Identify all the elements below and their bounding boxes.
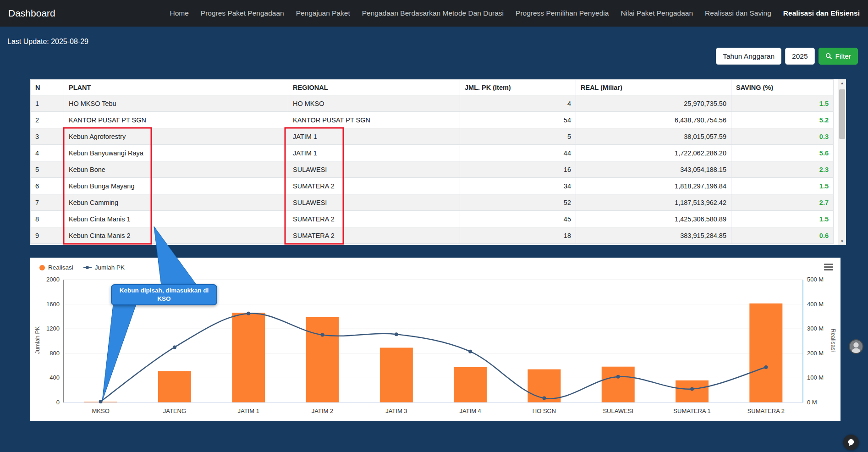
- scroll-up-icon[interactable]: ▲: [838, 79, 846, 87]
- table-header-row: NPLANTREGIONALJML. PK (Item)REAL (Miliar…: [31, 80, 834, 95]
- column-header: PLANT: [64, 80, 288, 95]
- nav-item-pengajuan-paket[interactable]: Pengajuan Paket: [296, 9, 350, 17]
- cell-real: 1,187,513,962.42: [576, 194, 731, 211]
- cell-n: 7: [31, 194, 64, 211]
- cell-jml_pk: 34: [460, 178, 576, 194]
- search-icon: [825, 53, 832, 60]
- cell-plant: Kebun Camming: [64, 194, 288, 211]
- nav-item-realisasi-dan-saving[interactable]: Realisasi dan Saving: [705, 9, 771, 17]
- svg-text:400: 400: [49, 374, 60, 381]
- tahun-anggaran-button[interactable]: Tahun Anggaran: [716, 48, 781, 65]
- svg-text:0: 0: [56, 399, 60, 406]
- scrollbar-thumb[interactable]: [839, 89, 845, 139]
- cell-n: 8: [31, 211, 64, 227]
- svg-text:SUMATERA 1: SUMATERA 1: [673, 408, 710, 414]
- cell-regional: HO MKSO: [288, 95, 460, 112]
- cell-jml_pk: 5: [460, 128, 576, 145]
- svg-text:SUMATERA 2: SUMATERA 2: [747, 408, 785, 414]
- filter-controls: Tahun Anggaran 2025 Filter: [716, 48, 858, 65]
- svg-text:1600: 1600: [46, 301, 60, 308]
- nav-item-progress-pemilihan-penyedia[interactable]: Progress Pemilihan Penyedia: [516, 9, 609, 17]
- nav-items: HomeProgres Paket PengadaanPengajuan Pak…: [170, 9, 860, 17]
- legend-item-realisasi[interactable]: Realisasi: [39, 264, 73, 271]
- chat-bubble-icon: [847, 438, 855, 446]
- table-row: 4Kebun Banyuwangi RayaJATIM 1441,722,062…: [31, 145, 834, 161]
- top-navbar: Dashboard HomeProgres Paket PengadaanPen…: [0, 0, 868, 27]
- chart-card: Realisasi Jumlah PK Jumlah PK Realisasi …: [30, 258, 841, 421]
- callout: Kebun dipisah, dimasukkan di KSO: [111, 284, 217, 305]
- column-header: N: [31, 80, 64, 95]
- legend-marker-jumlah-pk: [83, 267, 92, 268]
- cell-n: 2: [31, 112, 64, 128]
- cell-plant: Kebun Cinta Manis 1: [64, 211, 288, 227]
- svg-text:400 M: 400 M: [807, 301, 824, 308]
- table-row: 5Kebun BoneSULAWESI16343,054,188.152.3: [31, 161, 834, 178]
- svg-text:200 M: 200 M: [807, 350, 824, 357]
- cell-real: 1,425,306,580.89: [576, 211, 731, 227]
- cell-regional: KANTOR PUSAT PT SGN: [288, 112, 460, 128]
- svg-text:1200: 1200: [46, 325, 60, 332]
- floating-chat-widget[interactable]: [843, 435, 859, 450]
- cell-plant: HO MKSO Tebu: [64, 95, 288, 112]
- filter-button-label: Filter: [835, 52, 851, 61]
- cell-regional: SUMATERA 2: [288, 211, 460, 227]
- table-row: 3Kebun AgroforestryJATIM 1538,015,057.59…: [31, 128, 834, 145]
- legend-item-jumlah-pk[interactable]: Jumlah PK: [83, 264, 125, 271]
- cell-saving: 5.6: [731, 145, 834, 161]
- cell-jml_pk: 4: [460, 95, 576, 112]
- svg-text:2000: 2000: [46, 276, 60, 283]
- column-header: SAVING (%): [731, 80, 834, 95]
- plant-table-card: NPLANTREGIONALJML. PK (Item)REAL (Miliar…: [30, 79, 846, 245]
- column-header: REGIONAL: [288, 80, 460, 95]
- column-header: JML. PK (Item): [460, 80, 576, 95]
- cell-saving: 0.6: [731, 227, 834, 244]
- svg-text:300 M: 300 M: [807, 325, 824, 332]
- chart-menu-icon[interactable]: [824, 264, 833, 272]
- cell-jml_pk: 44: [460, 145, 576, 161]
- last-update-text: Last Update: 2025-08-29: [7, 38, 88, 46]
- nav-item-nilai-paket-pengadaan[interactable]: Nilai Paket Pengadaan: [621, 9, 693, 17]
- table-row: 2KANTOR PUSAT PT SGNKANTOR PUSAT PT SGN5…: [31, 112, 834, 128]
- svg-text:JATENG: JATENG: [163, 408, 186, 414]
- cell-regional: SUMATERA 2: [288, 227, 460, 244]
- floating-avatar[interactable]: [849, 339, 863, 354]
- nav-item-home[interactable]: Home: [170, 9, 188, 17]
- svg-text:JATIM 4: JATIM 4: [459, 408, 481, 414]
- cell-plant: Kebun Bunga Mayang: [64, 178, 288, 194]
- table-body: 1HO MKSO TebuHO MKSO425,970,735.501.52KA…: [31, 95, 834, 244]
- app-brand[interactable]: Dashboard: [8, 8, 55, 19]
- cell-n: 4: [31, 145, 64, 161]
- svg-text:HO SGN: HO SGN: [533, 408, 556, 414]
- scroll-down-icon[interactable]: ▼: [838, 237, 846, 245]
- legend-label-realisasi: Realisasi: [48, 264, 73, 271]
- person-icon: [850, 340, 863, 353]
- cell-n: 6: [31, 178, 64, 194]
- cell-saving: 1.5: [731, 95, 834, 112]
- cell-plant: Kebun Banyuwangi Raya: [64, 145, 288, 161]
- cell-n: 1: [31, 95, 64, 112]
- cell-n: 9: [31, 227, 64, 244]
- cell-saving: 5.2: [731, 112, 834, 128]
- table-row: 7Kebun CammingSULAWESI521,187,513,962.42…: [31, 194, 834, 211]
- chart-canvas: 04008001200160020000 M100 M200 M300 M400…: [30, 258, 841, 421]
- cell-jml_pk: 45: [460, 211, 576, 227]
- right-axis-title: Realisasi: [830, 285, 836, 395]
- svg-text:JATIM 3: JATIM 3: [385, 408, 407, 414]
- column-header: REAL (Miliar): [576, 80, 731, 95]
- cell-regional: SUMATERA 2: [288, 178, 460, 194]
- filter-button[interactable]: Filter: [819, 48, 858, 65]
- table-scrollbar[interactable]: ▲ ▼: [838, 79, 846, 245]
- cell-regional: SULAWESI: [288, 194, 460, 211]
- nav-item-realisasi-dan-efisiensi[interactable]: Realisasi dan Efisiensi: [783, 9, 860, 17]
- nav-item-progres-paket-pengadaan[interactable]: Progres Paket Pengadaan: [201, 9, 284, 17]
- svg-text:JATIM 1: JATIM 1: [238, 408, 259, 414]
- callout-text: Kebun dipisah, dimasukkan di KSO: [117, 287, 211, 303]
- nav-item-pengadaan-berdasarkan-metode-dan-durasi[interactable]: Pengadaan Berdasarkan Metode Dan Durasi: [362, 9, 504, 17]
- legend-marker-realisasi: [39, 265, 45, 270]
- year-value-button[interactable]: 2025: [785, 48, 814, 65]
- cell-regional: JATIM 1: [288, 128, 460, 145]
- cell-plant: KANTOR PUSAT PT SGN: [64, 112, 288, 128]
- table-row: 9Kebun Cinta Manis 2SUMATERA 218383,915,…: [31, 227, 834, 244]
- cell-jml_pk: 16: [460, 161, 576, 178]
- cell-plant: Kebun Agroforestry: [64, 128, 288, 145]
